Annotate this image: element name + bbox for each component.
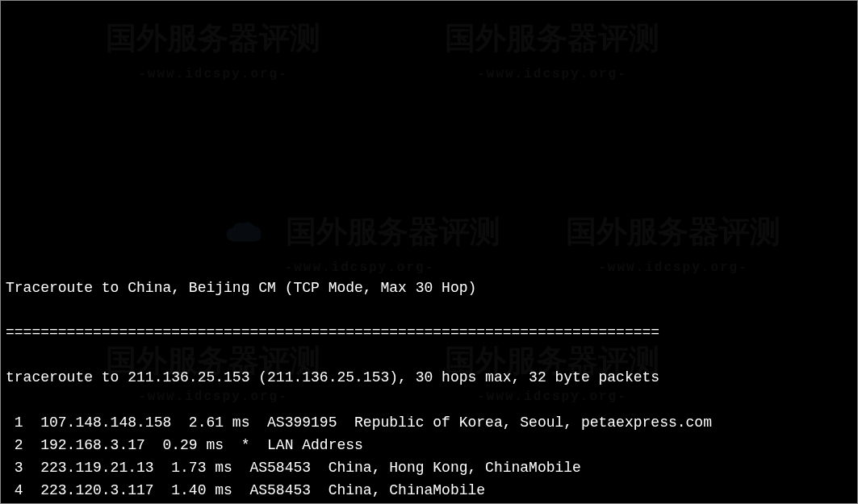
watermark-text: 国外服务器评测 (106, 23, 320, 57)
hop-row: 4 223.120.3.117 1.40 ms AS58453 China, C… (6, 480, 852, 502)
watermark-text: 国外服务器评测 (566, 216, 781, 251)
hop-list: 1 107.148.148.158 2.61 ms AS399195 Repub… (6, 412, 852, 504)
hop-row: 2 192.168.3.17 0.29 ms * LAN Address (6, 435, 852, 457)
watermark-text: 国外服务器评测 (445, 23, 659, 57)
hop-row: 1 107.148.148.158 2.61 ms AS399195 Repub… (6, 412, 852, 435)
watermark-url: -www.idcspy.org- (106, 65, 320, 85)
traceroute-title: Traceroute to China, Beijing CM (TCP Mod… (6, 277, 852, 300)
watermark-text: 国外服务器评测 (286, 216, 500, 251)
watermark-url: -www.idcspy.org- (445, 65, 659, 85)
hop-row: 3 223.119.21.13 1.73 ms AS58453 China, H… (6, 457, 852, 480)
separator-line: ========================================… (6, 322, 852, 344)
terminal-output: Traceroute to China, Beijing CM (TCP Mod… (6, 255, 852, 504)
traceroute-info: traceroute to 211.136.25.153 (211.136.25… (6, 367, 852, 389)
